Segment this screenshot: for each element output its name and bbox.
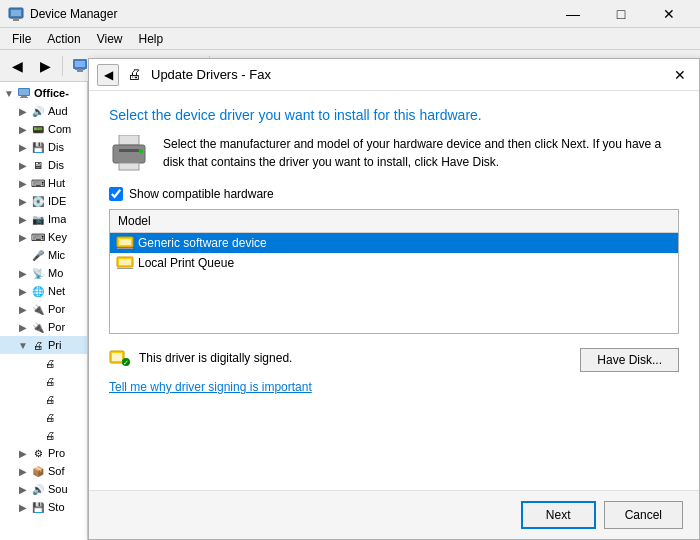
svg-rect-29 bbox=[119, 259, 131, 265]
dialog-content: Select the device driver you want to ins… bbox=[89, 91, 699, 490]
forward-button[interactable]: ▶ bbox=[32, 53, 58, 79]
tree-item-hum[interactable]: ▶ ⌨ Hut bbox=[0, 174, 87, 192]
svg-rect-20 bbox=[119, 135, 139, 145]
show-compatible-label[interactable]: Show compatible hardware bbox=[129, 187, 274, 201]
tree-item-net[interactable]: ▶ 🌐 Net bbox=[0, 282, 87, 300]
tree-item-printer-2[interactable]: 🖨 bbox=[0, 372, 87, 390]
keyboard-icon: ⌨ bbox=[30, 229, 46, 245]
driver-signing-link[interactable]: Tell me why driver signing is important bbox=[109, 380, 312, 394]
tree-item-label: Mic bbox=[48, 249, 65, 261]
dialog-description-text: Select the manufacturer and model of you… bbox=[163, 135, 679, 171]
signed-text: This driver is digitally signed. bbox=[139, 351, 292, 365]
svg-rect-30 bbox=[117, 268, 133, 269]
tree-item-mic[interactable]: 🎤 Mic bbox=[0, 246, 87, 264]
tree-item-label: Mo bbox=[48, 267, 63, 279]
tree-root-item[interactable]: ▼ Office- bbox=[0, 84, 87, 102]
network-icon: 🌐 bbox=[30, 283, 46, 299]
close-button[interactable]: ✕ bbox=[646, 3, 692, 25]
tree-item-label: Com bbox=[48, 123, 71, 135]
dialog-description-area: Select the manufacturer and model of you… bbox=[109, 135, 679, 171]
cancel-button[interactable]: Cancel bbox=[604, 501, 683, 529]
svg-rect-3 bbox=[11, 18, 21, 19]
printer-child-icon: 🖨 bbox=[42, 427, 58, 443]
tree-item-audio[interactable]: ▶ 🔊 Aud bbox=[0, 102, 87, 120]
tree-item-printer-3[interactable]: 🖨 bbox=[0, 390, 87, 408]
tree-item-label: Dis bbox=[48, 141, 64, 153]
listbox-item-generic[interactable]: Generic software device bbox=[110, 233, 678, 253]
ide-icon: 💽 bbox=[30, 193, 46, 209]
tree-item-ide[interactable]: ▶ 💽 IDE bbox=[0, 192, 87, 210]
back-button[interactable]: ◀ bbox=[4, 53, 30, 79]
svg-rect-22 bbox=[119, 149, 139, 152]
svg-rect-18 bbox=[21, 96, 27, 97]
svg-rect-21 bbox=[113, 145, 145, 163]
tree-item-sto[interactable]: ▶ 💾 Sto bbox=[0, 498, 87, 516]
tree-item-ima[interactable]: ▶ 📷 Ima bbox=[0, 210, 87, 228]
maximize-button[interactable]: □ bbox=[598, 3, 644, 25]
svg-rect-27 bbox=[117, 248, 133, 249]
listbox-item-localprint[interactable]: Local Print Queue bbox=[110, 253, 678, 273]
tree-item-printer-4[interactable]: 🖨 bbox=[0, 408, 87, 426]
tree-item-label: Sou bbox=[48, 483, 68, 495]
tree-item-printer-1[interactable]: 🖨 bbox=[0, 354, 87, 372]
listbox-empty-space bbox=[110, 273, 678, 333]
device-icon-1 bbox=[116, 236, 134, 250]
tree-item-label: Ima bbox=[48, 213, 66, 225]
tree-item-label: Sof bbox=[48, 465, 65, 477]
tree-item-pro[interactable]: ▶ ⚙ Pro bbox=[0, 444, 87, 462]
dialog-back-button[interactable]: ◀ bbox=[97, 64, 119, 86]
menu-help[interactable]: Help bbox=[131, 30, 172, 48]
printer-child-icon: 🖨 bbox=[42, 409, 58, 425]
menu-file[interactable]: File bbox=[4, 30, 39, 48]
tree-item-label: Hut bbox=[48, 177, 65, 189]
computer-icon bbox=[16, 85, 32, 101]
printer-folder-icon: 🖨 bbox=[30, 337, 46, 353]
menu-view[interactable]: View bbox=[89, 30, 131, 48]
svg-rect-7 bbox=[75, 69, 85, 70]
tree-item-mo[interactable]: ▶ 📡 Mo bbox=[0, 264, 87, 282]
mic-icon: 🎤 bbox=[30, 247, 46, 263]
svg-rect-32 bbox=[112, 353, 122, 361]
menu-action[interactable]: Action bbox=[39, 30, 88, 48]
show-compatible-checkbox[interactable] bbox=[109, 187, 123, 201]
window-title: Device Manager bbox=[30, 7, 550, 21]
tree-item-pri[interactable]: ▼ 🖨 Pri bbox=[0, 336, 87, 354]
tree-item-label: Dis bbox=[48, 159, 64, 171]
have-disk-button[interactable]: Have Disk... bbox=[580, 348, 679, 372]
dialog-heading: Select the device driver you want to ins… bbox=[109, 107, 679, 123]
tree-item-key[interactable]: ▶ ⌨ Key bbox=[0, 228, 87, 246]
update-drivers-dialog: ◀ 🖨 Update Drivers - Fax ✕ Select the de… bbox=[88, 58, 700, 540]
svg-text:✓: ✓ bbox=[123, 359, 129, 366]
tree-item-sou[interactable]: ▶ 🔊 Sou bbox=[0, 480, 87, 498]
hid-icon: ⌨ bbox=[30, 175, 46, 191]
svg-rect-5 bbox=[75, 61, 85, 67]
svg-rect-19 bbox=[20, 97, 28, 98]
dialog-title-icon: 🖨 bbox=[127, 66, 145, 84]
dialog-close-button[interactable]: ✕ bbox=[669, 64, 691, 86]
tree-item-printer-5[interactable]: 🖨 bbox=[0, 426, 87, 444]
dialog-footer: Next Cancel bbox=[89, 490, 699, 539]
sound-icon: 🔊 bbox=[30, 481, 46, 497]
dialog-title-bar: ◀ 🖨 Update Drivers - Fax ✕ bbox=[89, 59, 699, 91]
show-compatible-checkbox-row: Show compatible hardware bbox=[109, 187, 679, 201]
svg-point-24 bbox=[139, 149, 143, 153]
imaging-icon: 📷 bbox=[30, 211, 46, 227]
tree-item-dis2[interactable]: ▶ 🖥 Dis bbox=[0, 156, 87, 174]
device-icon-2 bbox=[116, 256, 134, 270]
svg-rect-17 bbox=[19, 89, 29, 95]
proc-icon: ⚙ bbox=[30, 445, 46, 461]
tree-item-por1[interactable]: ▶ 🔌 Por bbox=[0, 300, 87, 318]
svg-rect-2 bbox=[13, 19, 19, 21]
tree-item-label: Key bbox=[48, 231, 67, 243]
next-button[interactable]: Next bbox=[521, 501, 596, 529]
svg-rect-26 bbox=[119, 239, 131, 245]
tree-item-dis1[interactable]: ▶ 💾 Dis bbox=[0, 138, 87, 156]
model-listbox: Model Generic software device bbox=[109, 209, 679, 334]
svg-rect-23 bbox=[119, 163, 139, 170]
tree-item-sof[interactable]: ▶ 📦 Sof bbox=[0, 462, 87, 480]
tree-root-label: Office- bbox=[34, 87, 69, 99]
tree-item-por2[interactable]: ▶ 🔌 Por bbox=[0, 318, 87, 336]
tree-item-com[interactable]: ▶ 📟 Com bbox=[0, 120, 87, 138]
minimize-button[interactable]: — bbox=[550, 3, 596, 25]
svg-rect-1 bbox=[11, 10, 21, 16]
